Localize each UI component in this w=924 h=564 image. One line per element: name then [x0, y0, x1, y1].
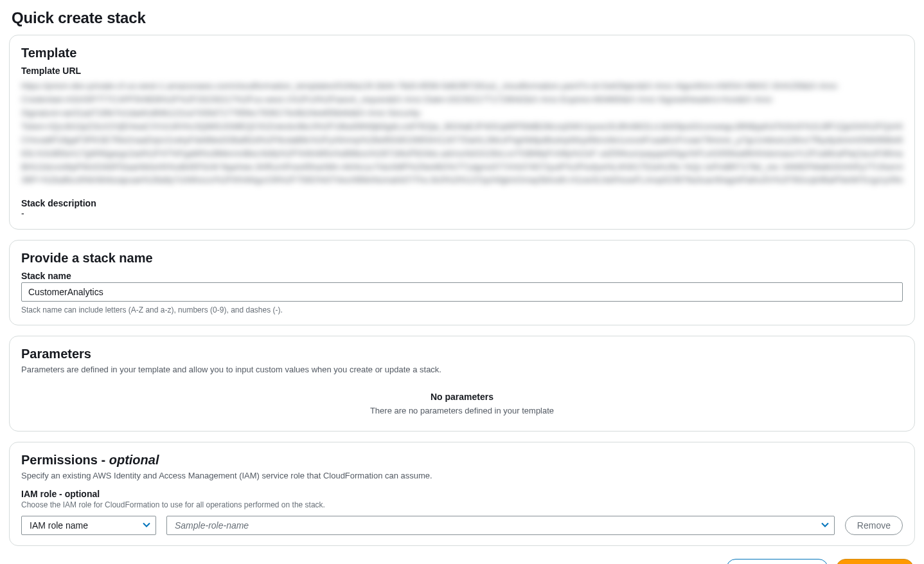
template-heading: Template: [21, 46, 903, 60]
parameters-panel: Parameters Parameters are defined in you…: [9, 336, 915, 432]
sample-role-placeholder: Sample-role-name: [175, 520, 249, 531]
permissions-heading-optional: optional: [109, 453, 159, 467]
template-url-label: Template URL: [21, 66, 903, 76]
template-panel: Template Template URL https://prism-dev-…: [9, 35, 915, 230]
create-change-set-button[interactable]: Create change set: [726, 559, 828, 564]
template-url-blurred: https://prism-dev-private-cf-us-west-1.a…: [21, 80, 903, 189]
create-stack-button[interactable]: Create stack: [836, 559, 914, 564]
page-title: Quick create stack: [12, 9, 915, 27]
caret-down-icon: [143, 520, 150, 531]
permissions-heading-main: Permissions -: [21, 453, 109, 467]
iam-role-select[interactable]: IAM role name: [21, 516, 156, 535]
stack-name-hint: Stack name can include letters (A-Z and …: [21, 305, 903, 314]
stack-description-label: Stack description: [21, 198, 903, 208]
caret-down-icon: [821, 520, 829, 531]
no-parameters-title: No parameters: [21, 392, 903, 402]
stack-name-input[interactable]: [21, 282, 903, 302]
permissions-sub: Specify an existing AWS Identity and Acc…: [21, 470, 903, 482]
remove-button[interactable]: Remove: [845, 516, 903, 535]
stack-name-heading: Provide a stack name: [21, 251, 903, 266]
parameters-sub: Parameters are defined in your template …: [21, 364, 903, 376]
no-parameters-sub: There are no parameters defined in your …: [21, 406, 903, 415]
iam-role-label: IAM role - optional: [21, 489, 903, 499]
iam-role-select-value: IAM role name: [30, 520, 88, 531]
permissions-heading: Permissions - optional: [21, 453, 903, 468]
stack-name-panel: Provide a stack name Stack name Stack na…: [9, 240, 915, 325]
footer-actions: Cancel Create change set Create stack: [9, 556, 915, 564]
stack-description-value: -: [21, 208, 903, 219]
parameters-heading: Parameters: [21, 347, 903, 361]
cancel-button[interactable]: Cancel: [666, 559, 718, 564]
iam-role-hint: Choose the IAM role for CloudFormation t…: [21, 500, 903, 509]
sample-role-select[interactable]: Sample-role-name: [166, 516, 835, 535]
stack-name-label: Stack name: [21, 271, 903, 281]
permissions-panel: Permissions - optional Specify an existi…: [9, 442, 915, 546]
